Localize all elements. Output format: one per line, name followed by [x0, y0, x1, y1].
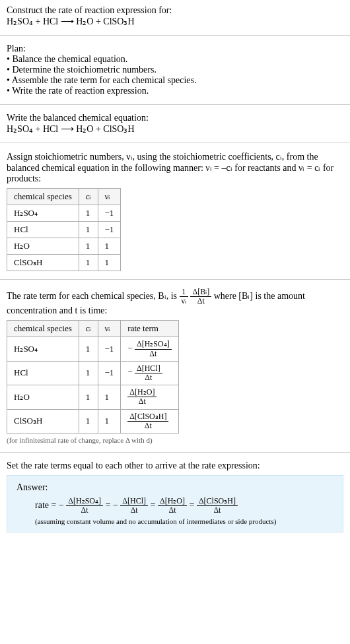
table-row: HCl 1 −1: [7, 222, 121, 238]
frac-num: Δ[ClSO₃H]: [197, 497, 238, 506]
cell-nu: 1: [98, 385, 121, 409]
prompt-title: Construct the rate of reaction expressio…: [7, 5, 343, 16]
cell-species: H₂O: [7, 238, 79, 255]
cell-rate: − Δ[H₂SO₄] Δt: [121, 337, 178, 361]
cell-species: ClSO₃H: [7, 409, 79, 433]
eq-sep: =: [106, 500, 113, 510]
cell-nu: 1: [98, 255, 121, 271]
answer-box: Answer: rate = − Δ[H₂SO₄] Δt = − Δ[HCl] …: [7, 475, 343, 532]
frac-num: Δ[H₂O]: [158, 497, 187, 506]
table-row: HCl 1 −1 − Δ[HCl] Δt: [7, 361, 179, 385]
cell-c: 1: [79, 255, 98, 271]
table-row: ClSO₃H 1 1: [7, 255, 121, 271]
plan-section: Plan: • Balance the chemical equation. •…: [0, 38, 350, 102]
rate-term-text-before: The rate term for each chemical species,…: [7, 291, 180, 301]
frac-num: 1: [180, 288, 188, 297]
frac-den: Δt: [127, 397, 157, 406]
cell-nu: −1: [98, 222, 121, 238]
table-row: H₂SO₄ 1 −1: [7, 205, 121, 222]
rate-prefix: rate =: [35, 500, 59, 510]
balanced-section: Write the balanced chemical equation: H₂…: [0, 108, 350, 140]
frac-den: Δt: [66, 506, 103, 515]
answer-label: Answer:: [17, 482, 333, 493]
eq-sep: =: [151, 500, 158, 510]
rate-frac: Δ[HCl] Δt: [135, 364, 162, 382]
cell-c: 1: [79, 222, 98, 238]
prompt-section: Construct the rate of reaction expressio…: [0, 0, 350, 32]
rate-sign: −: [127, 343, 132, 353]
frac-num: Δ[HCl]: [135, 364, 162, 373]
frac-num: Δ[H₂O]: [127, 388, 157, 397]
divider: [0, 104, 350, 105]
rate-term-text: The rate term for each chemical species,…: [7, 288, 343, 316]
rate-frac: Δ[ClSO₃H] Δt: [127, 412, 168, 430]
cell-nu: −1: [98, 205, 121, 222]
frac-den: νᵢ: [180, 297, 188, 306]
rate-frac: Δ[H₂SO₄] Δt: [135, 340, 172, 358]
stoich-table: chemical species cᵢ νᵢ H₂SO₄ 1 −1 HCl 1 …: [7, 188, 121, 271]
frac-den: Δt: [197, 506, 238, 515]
cell-species: H₂O: [7, 385, 79, 409]
plan-item: • Assemble the rate term for each chemic…: [7, 75, 343, 86]
cell-c: 1: [79, 409, 98, 433]
cell-nu: 1: [98, 238, 121, 255]
plan-item: • Determine the stoichiometric numbers.: [7, 65, 343, 75]
frac-dB-dt: Δ[Bᵢ] Δt: [190, 288, 211, 306]
frac-num: Δ[ClSO₃H]: [127, 412, 168, 422]
rate-frac: Δ[H₂SO₄] Δt: [66, 497, 103, 515]
cell-species: HCl: [7, 361, 79, 385]
rate-term-section: The rate term for each chemical species,…: [0, 282, 350, 449]
final-heading: Set the rate terms equal to each other t…: [7, 461, 343, 471]
cell-nu: 1: [98, 409, 121, 433]
divider: [0, 143, 350, 143]
table-row: H₂O 1 1: [7, 238, 121, 255]
frac-num: Δ[H₂SO₄]: [135, 340, 172, 349]
stoich-section: Assign stoichiometric numbers, νᵢ, using…: [0, 146, 350, 276]
table-row: H₂SO₄ 1 −1 − Δ[H₂SO₄] Δt: [7, 337, 179, 361]
cell-species: H₂SO₄: [7, 205, 79, 222]
table-row: ClSO₃H 1 1 Δ[ClSO₃H] Δt: [7, 409, 179, 433]
stoich-text: Assign stoichiometric numbers, νᵢ, using…: [7, 151, 343, 184]
cell-species: ClSO₃H: [7, 255, 79, 271]
frac-num: Δ[HCl]: [120, 497, 148, 506]
cell-species: H₂SO₄: [7, 337, 79, 361]
eq-sep: =: [189, 500, 196, 510]
cell-c: 1: [79, 361, 98, 385]
frac-den: Δt: [190, 297, 211, 306]
rate-term-table: chemical species cᵢ νᵢ rate term H₂SO₄ 1…: [7, 320, 179, 434]
cell-c: 1: [79, 385, 98, 409]
cell-rate: Δ[H₂O] Δt: [121, 385, 178, 409]
rate-sign: −: [59, 500, 64, 510]
divider: [0, 35, 350, 36]
frac-num: Δ[H₂SO₄]: [66, 497, 103, 506]
answer-note: (assuming constant volume and no accumul…: [35, 517, 333, 525]
frac-1-over-nu: 1 νᵢ: [180, 288, 188, 306]
table-header-row: chemical species cᵢ νᵢ: [7, 189, 121, 205]
rate-term-caption: (for infinitesimal rate of change, repla…: [7, 436, 343, 444]
cell-nu: −1: [98, 337, 121, 361]
col-nu: νᵢ: [98, 189, 121, 205]
frac-den: Δt: [158, 506, 187, 515]
divider: [0, 452, 350, 453]
col-species: chemical species: [7, 321, 79, 337]
table-header-row: chemical species cᵢ νᵢ rate term: [7, 321, 179, 337]
cell-c: 1: [79, 337, 98, 361]
final-section: Set the rate terms equal to each other t…: [0, 455, 350, 538]
rate-frac: Δ[ClSO₃H] Δt: [197, 497, 238, 515]
col-c: cᵢ: [79, 321, 98, 337]
table-row: H₂O 1 1 Δ[H₂O] Δt: [7, 385, 179, 409]
col-nu: νᵢ: [98, 321, 121, 337]
cell-nu: −1: [98, 361, 121, 385]
frac-den: Δt: [135, 350, 172, 358]
rate-frac: Δ[H₂O] Δt: [158, 497, 187, 515]
frac-den: Δt: [127, 422, 168, 430]
rate-frac: Δ[H₂O] Δt: [127, 388, 157, 406]
rate-sign: −: [113, 500, 118, 510]
cell-c: 1: [79, 205, 98, 222]
plan-heading: Plan:: [7, 44, 343, 54]
frac-den: Δt: [135, 373, 162, 382]
cell-species: HCl: [7, 222, 79, 238]
balanced-heading: Write the balanced chemical equation:: [7, 113, 343, 123]
col-rate: rate term: [121, 321, 178, 337]
plan-item: • Write the rate of reaction expression.: [7, 86, 343, 96]
